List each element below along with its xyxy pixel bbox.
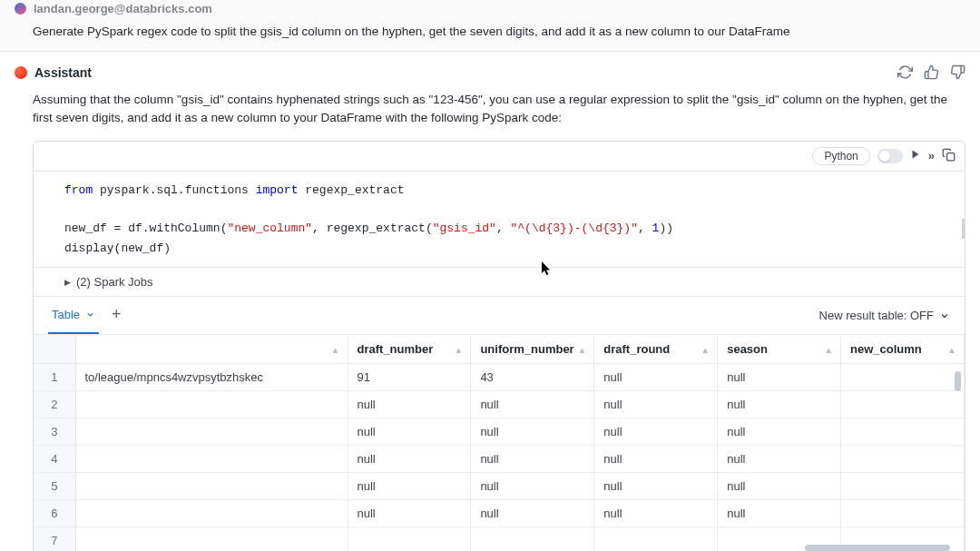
user-prompt-text: Generate PySpark regex code to split the… xyxy=(33,25,965,38)
cell-toolbar: Python » xyxy=(34,142,965,172)
result-table: ▲ draft_number▲ uniform_number▲ draft_ro… xyxy=(34,335,965,551)
language-badge[interactable]: Python xyxy=(812,147,869,165)
sort-icon: ▲ xyxy=(331,344,340,354)
table-cell[interactable] xyxy=(75,527,348,551)
table-cell[interactable]: null xyxy=(348,473,471,500)
code-cell: Python » from pyspark.sql.functions impo… xyxy=(33,141,965,552)
table-cell[interactable]: 43 xyxy=(471,364,594,391)
table-header[interactable]: draft_round▲ xyxy=(594,335,718,364)
table-cell[interactable]: null xyxy=(348,418,471,446)
new-result-label: New result table: OFF xyxy=(819,309,934,322)
toggle-switch[interactable] xyxy=(877,149,903,163)
table-cell[interactable] xyxy=(841,364,965,391)
table-cell[interactable]: null xyxy=(471,446,594,473)
table-cell[interactable] xyxy=(75,500,348,527)
table-cell[interactable] xyxy=(75,473,348,500)
table-cell[interactable]: null xyxy=(718,364,841,391)
table-cell[interactable] xyxy=(841,500,965,527)
sort-icon: ▲ xyxy=(454,344,463,354)
table-cell[interactable] xyxy=(348,527,471,551)
table-header[interactable]: season▲ xyxy=(718,335,841,364)
table-header-rownum[interactable] xyxy=(34,335,75,364)
chevron-down-icon xyxy=(85,310,95,320)
table-header[interactable]: ▲ xyxy=(75,335,348,364)
table-cell[interactable]: null xyxy=(594,418,718,446)
thumbs-down-icon[interactable] xyxy=(950,64,965,80)
table-row[interactable]: 2nullnullnullnull xyxy=(34,391,965,418)
assistant-avatar-icon xyxy=(15,66,27,79)
table-cell[interactable] xyxy=(75,391,348,418)
result-table-container: ▲ draft_number▲ uniform_number▲ draft_ro… xyxy=(34,335,965,551)
spark-jobs-toggle[interactable]: ▶ (2) Spark Jobs xyxy=(34,268,965,297)
table-cell[interactable]: null xyxy=(594,500,718,527)
table-cell[interactable]: null xyxy=(348,500,471,527)
thumbs-up-icon[interactable] xyxy=(924,64,939,80)
table-cell[interactable] xyxy=(75,418,348,446)
svg-marker-0 xyxy=(912,151,918,159)
table-row[interactable]: 1to/league/mpncs4wzvpsytbzhskec9143nulln… xyxy=(34,364,965,391)
assistant-message: Assistant Assuming that the column "gsis… xyxy=(0,52,980,551)
spark-jobs-label: (2) Spark Jobs xyxy=(76,275,153,289)
table-cell[interactable]: null xyxy=(594,391,718,418)
table-cell[interactable]: 91 xyxy=(348,364,471,391)
sort-icon: ▲ xyxy=(947,344,956,354)
table-cell[interactable]: null xyxy=(718,418,841,446)
user-email: landan.george@databricks.com xyxy=(34,2,212,15)
table-cell[interactable] xyxy=(594,527,718,551)
table-row[interactable]: 6nullnullnullnull xyxy=(34,500,965,527)
tab-table[interactable]: Table xyxy=(48,297,99,334)
table-cell[interactable] xyxy=(841,473,965,500)
gutter-indicator xyxy=(962,219,965,239)
user-avatar-icon xyxy=(15,3,26,15)
code-editor[interactable]: from pyspark.sql.functions import regexp… xyxy=(34,172,965,269)
tab-label: Table xyxy=(52,308,80,321)
table-cell[interactable] xyxy=(841,418,965,446)
table-cell[interactable]: null xyxy=(471,418,594,446)
table-cell[interactable]: null xyxy=(718,500,841,527)
assistant-name: Assistant xyxy=(34,65,92,80)
user-message: landan.george@databricks.com Generate Py… xyxy=(0,0,980,52)
row-number-cell: 2 xyxy=(34,391,75,418)
copy-icon[interactable] xyxy=(942,148,956,164)
new-result-toggle[interactable]: New result table: OFF xyxy=(819,309,950,322)
table-cell[interactable] xyxy=(471,527,594,551)
table-header[interactable]: uniform_number▲ xyxy=(471,335,594,364)
table-header[interactable]: new_column▲ xyxy=(841,335,965,364)
sort-icon: ▲ xyxy=(701,344,710,354)
table-cell[interactable]: to/league/mpncs4wzvpsytbzhskec xyxy=(75,364,348,391)
table-cell[interactable]: null xyxy=(348,391,471,418)
row-number-cell: 6 xyxy=(34,500,75,527)
table-cell[interactable]: null xyxy=(594,473,718,500)
row-number-cell: 1 xyxy=(34,364,75,391)
table-cell[interactable]: null xyxy=(471,500,594,527)
table-cell[interactable]: null xyxy=(594,364,718,391)
table-row[interactable]: 3nullnullnullnull xyxy=(34,418,965,446)
table-cell[interactable]: null xyxy=(594,446,718,473)
add-tab-button[interactable]: + xyxy=(112,305,122,326)
run-icon[interactable] xyxy=(910,149,921,162)
table-header[interactable]: draft_number▲ xyxy=(348,335,471,364)
svg-rect-1 xyxy=(947,153,955,160)
chevron-down-icon xyxy=(939,310,950,321)
row-number-cell: 4 xyxy=(34,446,75,473)
assistant-text: Assuming that the column "gsis_id" conta… xyxy=(33,91,965,128)
table-row[interactable]: 4nullnullnullnull xyxy=(34,446,965,473)
table-cell[interactable]: null xyxy=(718,446,841,473)
table-row[interactable]: 5nullnullnullnull xyxy=(34,473,965,500)
fast-forward-icon[interactable]: » xyxy=(928,149,935,162)
table-cell[interactable]: null xyxy=(471,473,594,500)
sort-icon: ▲ xyxy=(824,344,833,354)
table-cell[interactable]: null xyxy=(718,473,841,500)
table-cell[interactable] xyxy=(841,391,965,418)
table-cell[interactable]: null xyxy=(471,391,594,418)
result-tabs-row: Table + New result table: OFF xyxy=(34,297,965,335)
row-number-cell: 3 xyxy=(34,418,75,446)
table-cell[interactable] xyxy=(841,446,965,473)
horizontal-scrollbar[interactable] xyxy=(805,545,950,551)
vertical-scrollbar[interactable] xyxy=(955,371,961,391)
table-cell[interactable] xyxy=(75,446,348,473)
table-cell[interactable]: null xyxy=(718,391,841,418)
row-number-cell: 7 xyxy=(34,527,75,551)
table-cell[interactable]: null xyxy=(348,446,471,473)
refresh-icon[interactable] xyxy=(897,64,913,80)
